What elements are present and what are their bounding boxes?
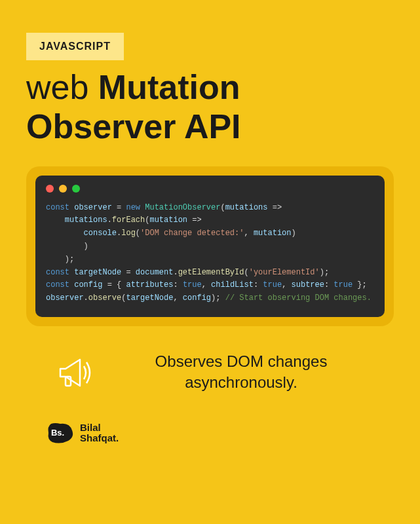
megaphone-icon <box>52 349 98 395</box>
code-container: const observer = new MutationObserver(mu… <box>26 166 394 326</box>
category-badge: JAVASCRIPT <box>26 33 124 60</box>
code-line: const config = { attributes: true, child… <box>46 279 374 292</box>
code-line: const observer = new MutationObserver(mu… <box>46 202 374 215</box>
author-name-line2: Shafqat. <box>80 433 119 443</box>
code-line: ) <box>46 240 374 253</box>
author-name: Bilal Shafqat. <box>80 422 119 443</box>
close-icon <box>46 185 54 193</box>
code-line: const targetNode = document.getElementBy… <box>46 267 374 280</box>
author-attribution: Bs. Bilal Shafqat. <box>46 421 394 445</box>
author-logo-icon: Bs. <box>46 421 75 445</box>
caption-text: Observes DOM changes asynchronously. <box>115 351 394 394</box>
maximize-icon <box>72 185 80 193</box>
title-prefix: web <box>26 68 98 106</box>
code-line: mutations.forEach(mutation => <box>46 214 374 227</box>
window-controls <box>46 185 374 193</box>
code-block: const observer = new MutationObserver(mu… <box>35 176 385 317</box>
footer-row: Observes DOM changes asynchronously. <box>26 349 394 395</box>
svg-text:Bs.: Bs. <box>51 428 64 438</box>
minimize-icon <box>59 185 67 193</box>
code-line: observer.observe(targetNode, config); //… <box>46 292 374 305</box>
code-line: console.log('DOM change detected:', muta… <box>46 227 374 240</box>
page-title: web Mutation Observer API <box>26 68 394 147</box>
author-name-line1: Bilal <box>80 422 119 433</box>
code-line: ); <box>46 253 374 267</box>
code-content: const observer = new MutationObserver(mu… <box>46 202 374 305</box>
